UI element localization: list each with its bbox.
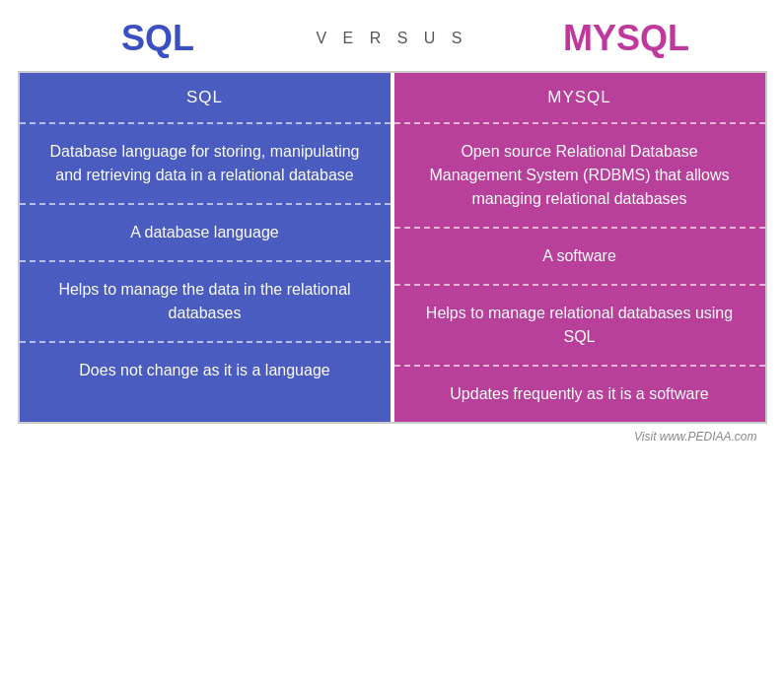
sql-row4: Does not change as it is a language: [20, 343, 391, 398]
mysql-column: MYSQL Open source Relational Database Ma…: [394, 73, 765, 422]
footer: Visit www.PEDIAA.com: [18, 424, 767, 447]
footer-text: Visit www.PEDIAA.com: [634, 430, 756, 444]
comparison-header: SQL V E R S U S MYSQL: [0, 0, 784, 71]
sql-title: SQL: [10, 18, 306, 59]
mysql-row4: Updates frequently as it is a software: [394, 367, 765, 422]
mysql-col-heading: MYSQL: [394, 73, 765, 124]
sql-row1: Database language for storing, manipulat…: [20, 124, 391, 205]
mysql-title: MYSQL: [478, 18, 774, 59]
mysql-row3: Helps to manage relational databases usi…: [394, 286, 765, 367]
sql-column: SQL Database language for storing, manip…: [20, 73, 394, 422]
mysql-row1: Open source Relational Database Manageme…: [394, 124, 765, 229]
sql-col-heading: SQL: [20, 73, 391, 124]
sql-row2: A database language: [20, 205, 391, 262]
versus-label: V E R S U S: [306, 30, 478, 47]
sql-row3: Helps to manage the data in the relation…: [20, 262, 391, 343]
comparison-table: SQL Database language for storing, manip…: [18, 71, 767, 424]
mysql-row2: A software: [394, 229, 765, 286]
